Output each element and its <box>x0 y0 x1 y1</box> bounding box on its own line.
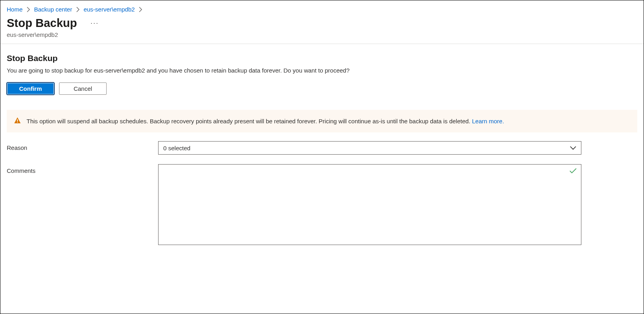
cancel-button[interactable]: Cancel <box>59 82 107 95</box>
breadcrumb-item-home[interactable]: Home <box>7 6 23 13</box>
warning-icon <box>14 117 21 125</box>
svg-rect-0 <box>17 119 18 121</box>
chevron-right-icon <box>76 7 80 12</box>
banner-text: This option will suspend all backup sche… <box>27 118 472 124</box>
chevron-right-icon <box>139 7 142 12</box>
section-description: You are going to stop backup for eus-ser… <box>7 67 637 74</box>
comments-row: Comments <box>7 164 637 246</box>
reason-select[interactable]: 0 selected <box>158 141 581 155</box>
breadcrumb-item-eus-server-empdb2[interactable]: eus-server\empdb2 <box>84 6 135 13</box>
reason-row: Reason 0 selected <box>7 141 637 155</box>
form-area: Reason 0 selected Comments <box>0 141 644 246</box>
svg-rect-1 <box>17 122 18 123</box>
info-banner: This option will suspend all backup sche… <box>7 110 637 132</box>
breadcrumb-item-backup-center[interactable]: Backup center <box>34 6 72 13</box>
chevron-down-icon <box>570 145 576 151</box>
confirm-button[interactable]: Confirm <box>7 82 54 95</box>
page-subtitle: eus-server\empdb2 <box>7 31 637 38</box>
check-icon <box>569 168 577 175</box>
section-title: Stop Backup <box>7 54 637 63</box>
page-header: Stop Backup ··· eus-server\empdb2 <box>0 17 644 44</box>
reason-select-value: 0 selected <box>163 145 190 151</box>
banner-message: This option will suspend all backup sche… <box>27 118 504 124</box>
chevron-right-icon <box>27 7 30 12</box>
comments-textarea[interactable] <box>158 164 581 245</box>
breadcrumb: Home Backup center eus-server\empdb2 <box>0 0 644 17</box>
more-button[interactable]: ··· <box>88 19 101 27</box>
content-section: Stop Backup You are going to stop backup… <box>0 44 644 101</box>
page-title: Stop Backup <box>7 17 77 30</box>
button-row: Confirm Cancel <box>7 82 637 95</box>
reason-label: Reason <box>7 141 158 151</box>
comments-label: Comments <box>7 164 158 174</box>
learn-more-link[interactable]: Learn more. <box>472 118 504 124</box>
